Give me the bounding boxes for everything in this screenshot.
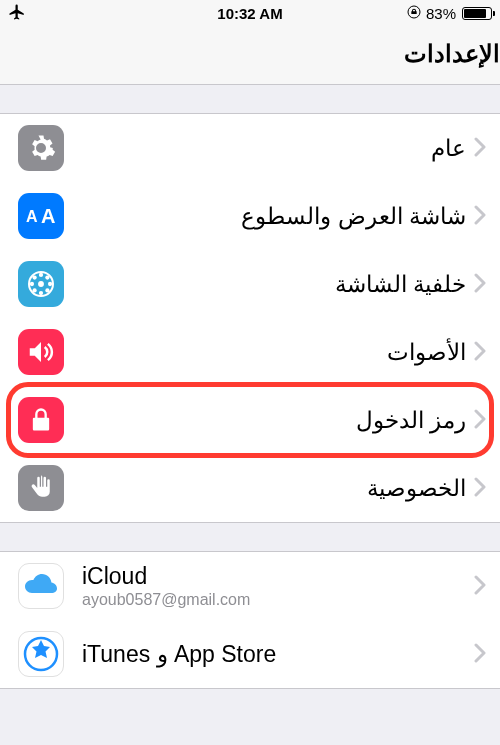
row-label: iCloud xyxy=(82,563,466,590)
chevron-right-icon xyxy=(474,405,486,436)
orientation-lock-icon xyxy=(406,4,422,23)
settings-row-display[interactable]: AAشاشة العرض والسطوع xyxy=(0,182,500,250)
chevron-right-icon xyxy=(474,571,486,602)
svg-point-12 xyxy=(45,288,49,292)
settings-row-sound[interactable]: الأصوات xyxy=(0,318,500,386)
chevron-right-icon xyxy=(474,639,486,670)
svg-point-7 xyxy=(30,282,34,286)
status-bar: 10:32 AM 83% xyxy=(0,0,500,26)
row-label: خلفية الشاشة xyxy=(82,271,466,298)
status-right: 83% xyxy=(406,4,492,23)
battery-icon xyxy=(462,7,492,20)
row-label: رمز الدخول xyxy=(82,407,466,434)
settings-row-appstore[interactable]: iTunes و App Store xyxy=(0,620,500,688)
svg-point-9 xyxy=(32,275,36,279)
appstore-icon xyxy=(18,631,64,677)
settings-row-gear[interactable]: عام xyxy=(0,114,500,182)
hand-icon xyxy=(18,465,64,511)
chevron-right-icon xyxy=(474,269,486,300)
svg-point-6 xyxy=(39,291,43,295)
settings-row-lock[interactable]: رمز الدخول xyxy=(0,386,500,454)
sound-icon xyxy=(18,329,64,375)
settings-row-hand[interactable]: الخصوصية xyxy=(0,454,500,522)
nav-header: الإعدادات xyxy=(0,26,500,85)
gear-icon xyxy=(18,125,64,171)
row-label: شاشة العرض والسطوع xyxy=(82,203,466,230)
wallpaper-icon xyxy=(18,261,64,307)
airplane-icon xyxy=(8,3,26,24)
page-title: الإعدادات xyxy=(0,40,500,68)
lock-icon xyxy=(18,397,64,443)
settings-group-2: iCloudayoub0587@gmail.comiTunes و App St… xyxy=(0,551,500,689)
settings-row-cloud[interactable]: iCloudayoub0587@gmail.com xyxy=(0,552,500,620)
settings-row-wallpaper[interactable]: خلفية الشاشة xyxy=(0,250,500,318)
svg-text:A: A xyxy=(41,205,55,227)
svg-point-4 xyxy=(38,281,44,287)
row-subtitle: ayoub0587@gmail.com xyxy=(82,591,466,609)
row-label: iTunes و App Store xyxy=(82,641,466,668)
cloud-icon xyxy=(18,563,64,609)
status-time: 10:32 AM xyxy=(217,5,282,22)
svg-point-8 xyxy=(48,282,52,286)
row-label: الأصوات xyxy=(82,339,466,366)
settings-group-1: عامAAشاشة العرض والسطوعخلفية الشاشةالأصو… xyxy=(0,113,500,523)
chevron-right-icon xyxy=(474,337,486,368)
row-label: الخصوصية xyxy=(82,475,466,502)
svg-point-10 xyxy=(45,275,49,279)
svg-point-5 xyxy=(39,273,43,277)
svg-point-11 xyxy=(32,288,36,292)
battery-percent: 83% xyxy=(426,5,456,22)
chevron-right-icon xyxy=(474,201,486,232)
status-left xyxy=(8,3,26,24)
display-icon: AA xyxy=(18,193,64,239)
svg-text:A: A xyxy=(26,208,38,225)
row-label: عام xyxy=(82,135,466,162)
chevron-right-icon xyxy=(474,133,486,164)
chevron-right-icon xyxy=(474,473,486,504)
